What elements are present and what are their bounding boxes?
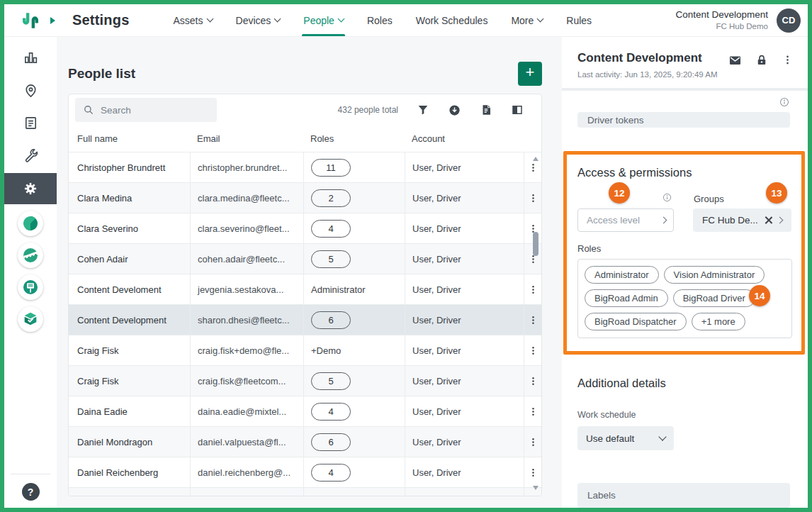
roles-count-pill[interactable]: 5 bbox=[311, 372, 351, 390]
column-header-email[interactable]: Email bbox=[190, 133, 303, 144]
info-icon[interactable] bbox=[779, 96, 790, 108]
table-scrollbar[interactable] bbox=[531, 154, 540, 493]
document-list-icon bbox=[23, 115, 39, 131]
labels-field[interactable]: Labels bbox=[577, 483, 790, 508]
table-row[interactable]: Daina Eadie daina.eadie@mixtel... 4 User… bbox=[69, 396, 541, 427]
roles-text: +Demo bbox=[311, 345, 341, 356]
search-input[interactable] bbox=[101, 105, 207, 116]
additional-details-section: Additional details Work schedule Use def… bbox=[562, 355, 808, 508]
top-bar: Settings Assets Devices People Roles Wor… bbox=[4, 4, 808, 37]
role-chip[interactable]: BigRoad Driver bbox=[673, 289, 755, 307]
work-schedule-label: Work schedule bbox=[577, 410, 790, 420]
download-button[interactable] bbox=[448, 104, 461, 117]
nav-people[interactable]: People bbox=[303, 4, 344, 36]
chevron-down-icon bbox=[206, 16, 213, 23]
search-box[interactable] bbox=[75, 98, 217, 122]
avatar[interactable]: CD bbox=[777, 9, 801, 33]
info-icon[interactable] bbox=[662, 192, 672, 203]
sidebar-item-tools[interactable] bbox=[4, 139, 57, 172]
help-button[interactable]: ? bbox=[22, 483, 40, 501]
nav-assets[interactable]: Assets bbox=[174, 4, 213, 36]
table-row[interactable]: Clara Severino clara.severino@fleet... 4… bbox=[69, 213, 541, 244]
scroll-down-icon[interactable] bbox=[533, 486, 538, 490]
page-title: Settings bbox=[72, 12, 130, 28]
scroll-up-icon[interactable] bbox=[533, 157, 538, 161]
app-fleet-icon[interactable] bbox=[18, 211, 43, 236]
chevron-right-icon bbox=[776, 217, 783, 224]
table-body: Christopher Brundrett christopher.brundr… bbox=[69, 152, 541, 496]
brand-logo-icon bbox=[20, 10, 41, 31]
access-permissions-highlight: Access & permissions 12 Access level bbox=[563, 151, 805, 355]
columns-button[interactable] bbox=[511, 104, 524, 116]
column-header-full-name[interactable]: Full name bbox=[77, 133, 190, 144]
remove-group-icon[interactable] bbox=[765, 216, 772, 224]
access-level-select[interactable]: Access level bbox=[577, 208, 674, 232]
download-icon bbox=[448, 104, 461, 117]
roles-count-pill[interactable]: 4 bbox=[311, 403, 351, 421]
scrollbar-thumb[interactable] bbox=[533, 232, 538, 256]
left-sidebar: ? bbox=[4, 37, 57, 508]
chevron-right-icon bbox=[660, 217, 667, 224]
app-road-icon[interactable] bbox=[18, 243, 43, 268]
sidebar-expand-icon[interactable] bbox=[50, 17, 55, 24]
nav-devices[interactable]: Devices bbox=[236, 4, 281, 36]
roles-count-pill[interactable]: 4 bbox=[311, 464, 351, 482]
gear-icon bbox=[23, 181, 38, 196]
sidebar-item-tracking[interactable] bbox=[4, 74, 57, 106]
annotation-badge-13: 13 bbox=[766, 182, 787, 204]
table-row[interactable]: Daniel Mondragon daniel.valpuesta@fl... … bbox=[69, 427, 541, 457]
column-header-account[interactable]: Account bbox=[405, 133, 524, 144]
table-row-selected[interactable]: Content Development sharon.dhesi@fleetc.… bbox=[69, 305, 541, 335]
sidebar-item-reports[interactable] bbox=[4, 41, 57, 74]
send-message-button[interactable] bbox=[728, 54, 742, 67]
export-report-button[interactable] bbox=[480, 104, 492, 116]
role-chip[interactable]: Administrator bbox=[585, 266, 659, 284]
app-dispatch-icon[interactable] bbox=[18, 274, 43, 300]
table-row[interactable]: Craig Fisk craig.fisk+demo@fle... +Demo … bbox=[69, 335, 541, 366]
nav-more[interactable]: More bbox=[511, 4, 543, 36]
nav-work-schedules[interactable]: Work Schedules bbox=[416, 4, 488, 36]
role-chip[interactable]: Vision Administrator bbox=[664, 266, 765, 284]
app-logo[interactable] bbox=[4, 4, 57, 36]
roles-count-pill[interactable]: 6 bbox=[311, 311, 351, 329]
roles-count-pill[interactable]: 11 bbox=[311, 159, 351, 177]
roles-count-pill[interactable]: 2 bbox=[311, 189, 351, 207]
table-row[interactable]: Craig Fisk craig.fisk@fleetcom... 5 User… bbox=[69, 366, 541, 396]
last-activity-label: Last activity: Jun 13, 2025, 9:20:49 AM bbox=[577, 70, 718, 79]
column-header-roles[interactable]: Roles bbox=[303, 133, 405, 144]
sidebar-item-settings[interactable] bbox=[4, 173, 57, 204]
nav-roles[interactable]: Roles bbox=[367, 4, 393, 36]
funnel-icon bbox=[417, 104, 429, 116]
role-chip-more[interactable]: +1 more bbox=[692, 313, 745, 330]
groups-label: Groups bbox=[694, 194, 724, 204]
work-schedule-select[interactable]: Use default bbox=[577, 426, 674, 450]
app-inventory-icon[interactable] bbox=[18, 306, 43, 332]
people-list-title: People list bbox=[68, 66, 135, 82]
role-chip[interactable]: BigRoad Admin bbox=[585, 289, 668, 307]
additional-details-title: Additional details bbox=[577, 377, 790, 390]
person-detail-panel: Content Development Last activity: Jun 1… bbox=[562, 37, 808, 508]
annotation-badge-12: 12 bbox=[609, 182, 630, 204]
chevron-down-icon bbox=[537, 16, 544, 23]
panel-menu-button[interactable] bbox=[782, 54, 794, 66]
table-row[interactable]: Clara Medina clara.medina@fleetc... 2 Us… bbox=[69, 183, 541, 213]
table-row[interactable]: Content Develoment jevgenia.sestakova...… bbox=[69, 274, 541, 305]
nav-rules[interactable]: Rules bbox=[566, 4, 592, 36]
table-row[interactable]: Daniel Reichenberg daniel.reichenberg@..… bbox=[69, 457, 541, 488]
role-chip[interactable]: BigRoad Dispatcher bbox=[585, 313, 687, 330]
roles-count-pill[interactable]: 5 bbox=[311, 250, 351, 268]
table-row[interactable]: Cohen Adair cohen.adair@fleetc... 5 User… bbox=[69, 244, 541, 274]
sidebar-item-forms[interactable] bbox=[4, 106, 57, 139]
chevron-down-icon bbox=[337, 16, 344, 23]
bar-chart-icon bbox=[23, 50, 39, 66]
group-chip[interactable]: FC Hub De... bbox=[693, 208, 791, 232]
roles-count-pill[interactable]: 6 bbox=[311, 433, 351, 451]
filter-button[interactable] bbox=[417, 104, 429, 116]
roles-count-pill[interactable]: 4 bbox=[311, 220, 351, 238]
table-row[interactable]: Christopher Brundrett christopher.brundr… bbox=[69, 152, 541, 183]
add-person-button[interactable]: + bbox=[518, 62, 542, 86]
lock-button[interactable] bbox=[755, 54, 768, 67]
driver-tokens-field[interactable]: Driver tokens bbox=[577, 112, 790, 128]
kebab-menu-icon bbox=[782, 54, 794, 66]
envelope-icon bbox=[728, 54, 742, 67]
